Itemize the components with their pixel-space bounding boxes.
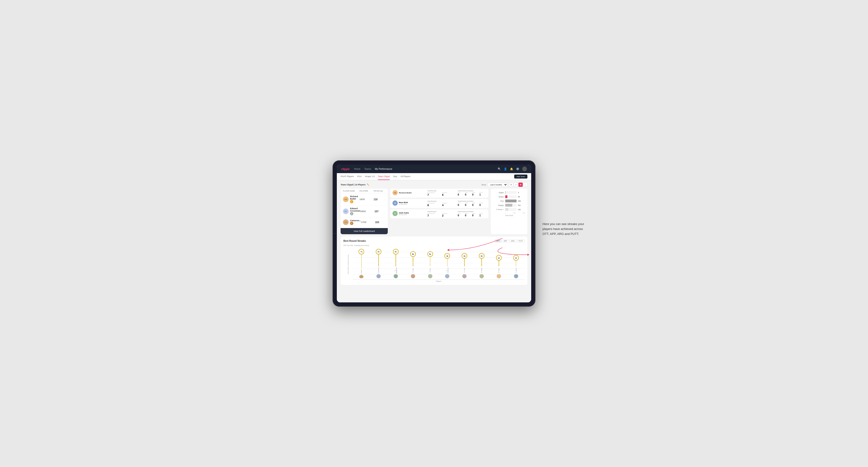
avatar-ewert — [359, 275, 364, 278]
stem-miller — [482, 259, 482, 266]
nav-bar: clippd Home Teams My Performance 🔍 👤 🔔 ⚙… — [337, 165, 531, 173]
bar-value-eagles: 3 — [518, 192, 525, 193]
bar-value-pars: 499 — [518, 200, 525, 202]
axis-400: 400 — [523, 212, 525, 214]
bar-label-pars: Pars — [493, 200, 504, 202]
avatar-ford — [462, 274, 467, 278]
label-mcherg: B. McHerg — [378, 267, 379, 274]
bar-label-birdies: Birdies — [493, 196, 504, 198]
card-view-btn[interactable]: ▦ — [519, 183, 523, 187]
label-ewert: E. Ewert — [361, 269, 362, 275]
label-billingham: D. Billingham — [394, 267, 397, 274]
bar-row-eagles: Eagles 3 — [493, 191, 525, 194]
subnav-all-players[interactable]: All Players — [401, 173, 411, 180]
bar-fill-birdies — [505, 195, 507, 198]
streaks-subtitle: Off The Tee, Fairway Accuracy — [343, 244, 525, 247]
label-butler: R. Butler — [498, 267, 500, 274]
avatar[interactable] — [522, 166, 527, 171]
card-name-josh: Josh Coles — [399, 212, 409, 214]
grid-view-btn[interactable]: ⊞ — [509, 183, 513, 187]
sub-nav: PGAT Players PGA Hcaps 1-5 Team Clippd T… — [337, 173, 531, 180]
view-icons: ⊞ ≡ ▦ ↕ — [509, 183, 527, 187]
bar-row-pars: Pars 499 — [493, 199, 525, 203]
search-icon[interactable]: 🔍 — [498, 167, 501, 170]
streak-tab-app[interactable]: APP — [502, 239, 509, 243]
stem-mcherg — [378, 254, 379, 266]
period-select[interactable]: Last 3 months — [488, 183, 507, 187]
streak-tab-ott[interactable]: OTT — [495, 239, 501, 243]
team-header: Team Clippd | 14 Players ✏️ Show Last 3 … — [341, 183, 527, 187]
streaks-controls: OTT APP ARG PUTT — [495, 239, 525, 243]
list-view-btn[interactable]: ≡ — [514, 183, 518, 187]
add-team-button[interactable]: Add Team — [514, 175, 527, 179]
player-row[interactable]: RB Richard Butler 1 19/20 110 — [341, 193, 388, 206]
col-pb-avg: PB AVG SQ — [374, 190, 385, 192]
streak-tab-arg[interactable]: ARG — [509, 239, 516, 243]
label-coles: J. Coles — [412, 267, 414, 274]
bubble-chart-area: 7x E. Ewert 6x — [353, 249, 525, 280]
table-view-btn[interactable]: ↕ — [523, 183, 527, 187]
nav-teams[interactable]: Teams — [364, 168, 371, 170]
player-name-2: Edward Crossman — [350, 207, 361, 212]
streak-tab-putt[interactable]: PUTT — [517, 239, 525, 243]
practice-val-rb: 6 — [442, 193, 456, 196]
subnav-pga[interactable]: PGA — [357, 173, 362, 180]
nav-my-performance[interactable]: My Performance — [375, 168, 392, 170]
team-title: Team Clippd | 14 Players — [341, 184, 365, 186]
edit-icon[interactable]: ✏️ — [367, 184, 369, 186]
user-icon[interactable]: 👤 — [504, 167, 507, 170]
settings-icon[interactable]: ⚙️ — [516, 167, 519, 170]
stem-ford — [464, 259, 465, 266]
streaks-title: Best Round Streaks — [343, 240, 366, 242]
player-avatar-3: CM — [343, 219, 349, 225]
stem-ewert — [361, 254, 362, 269]
label-ford: D. Ford — [464, 267, 465, 274]
subnav-hcaps[interactable]: Hcaps 1-5 — [365, 173, 375, 180]
practice-act-rees: Total Practice Activities — [458, 200, 486, 202]
view-leaderboard-button[interactable]: View Full Leaderboard — [341, 228, 388, 234]
subnav-team-clippd[interactable]: Team Clippd — [378, 173, 390, 180]
bubble-billingham: 6x — [393, 249, 399, 254]
bar-fill-pars — [505, 199, 517, 203]
subnav-tour[interactable]: Tour — [393, 173, 397, 180]
bubble-miller: 4x — [479, 253, 485, 259]
nav-home[interactable]: Home — [354, 168, 361, 170]
bar-value-double: 131 — [518, 209, 525, 210]
pb-avg-3: 103 — [375, 221, 387, 224]
avatar-crossman — [445, 274, 450, 278]
avatar-coles — [411, 274, 415, 278]
player-row[interactable]: CM Cameron... 3 17/20 103 — [341, 217, 388, 227]
streaks-section: Best Round Streaks OTT APP ARG PUTT Off … — [341, 237, 527, 285]
avatar-butler — [497, 274, 501, 278]
player-row[interactable]: EC Edward Crossman 2 18/20 107 — [341, 206, 388, 217]
col-pb-score: PB SCORE — [360, 190, 374, 192]
bar-fill-bogeys — [505, 204, 512, 207]
avatar-billingham — [394, 274, 398, 278]
annotation: Here you can see streaks your players ha… — [542, 222, 587, 236]
card-avatar-josh: JC — [393, 211, 398, 216]
nav-right: 🔍 👤 🔔 ⚙️ — [498, 166, 527, 171]
bar-row-birdies: Birdies 96 — [493, 195, 525, 198]
bubble-ford: 4x — [462, 253, 467, 259]
player-cards-panel: RB Richard Butler Total Rounds Tournamen… — [390, 189, 489, 234]
tablet-frame: clippd Home Teams My Performance 🔍 👤 🔔 ⚙… — [333, 160, 535, 307]
bell-icon[interactable]: 🔔 — [510, 167, 513, 170]
bar-fill-double — [505, 208, 508, 211]
pb-avg-2: 107 — [375, 210, 386, 213]
bubble-ewert: 7x — [359, 249, 364, 254]
practice-act-josh: Total Practice Activities — [458, 211, 486, 212]
tablet-screen: clippd Home Teams My Performance 🔍 👤 🔔 ⚙… — [337, 165, 531, 302]
subnav-pgat[interactable]: PGAT Players — [341, 173, 354, 180]
card-date-josh: 26 Aug 2023 — [399, 214, 409, 215]
avatar-mcherg — [376, 274, 381, 278]
bar-wrapper-birdies — [505, 195, 517, 198]
bar-label-bogeys: Bogeys — [493, 205, 504, 206]
stem-britt — [430, 257, 431, 266]
bar-value-birdies: 96 — [518, 196, 525, 198]
rank-badge-2: 2 — [350, 212, 353, 215]
stem-crossman — [447, 259, 448, 266]
sub-nav-links: PGAT Players PGA Hcaps 1-5 Team Clippd T… — [341, 173, 410, 180]
label-britt: R. Britt — [430, 267, 431, 274]
bubble-crossman: 4x — [444, 253, 450, 259]
leaderboard-panel: PLAYER NAME PB SCORE PB AVG SQ RB Richar… — [341, 189, 388, 234]
